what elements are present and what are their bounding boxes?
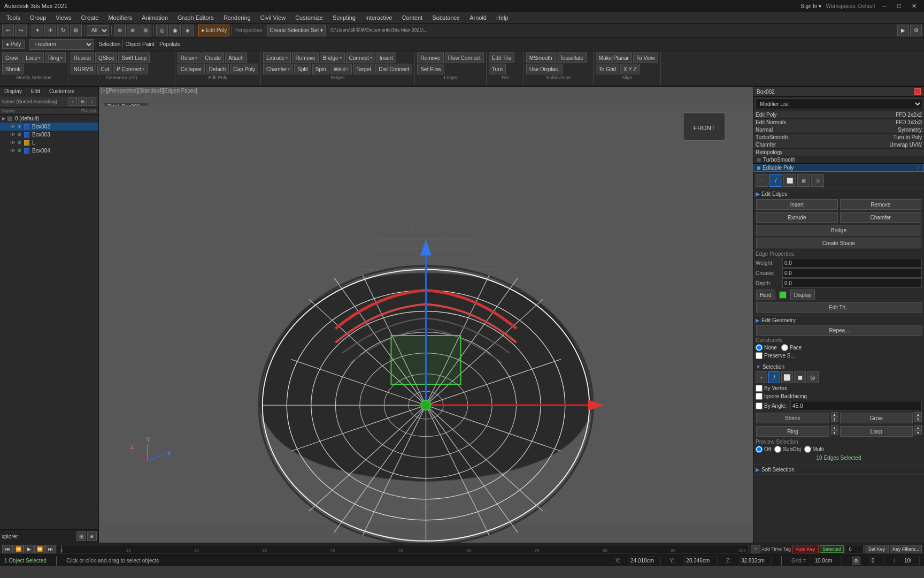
rp-weight-input[interactable] xyxy=(782,258,922,268)
rp-ignorebackfacing-cb[interactable]: Ignore Backfacing xyxy=(756,393,922,400)
menu-interactive[interactable]: Interactive xyxy=(361,13,397,22)
snap2d-btn[interactable]: ⊗ xyxy=(127,25,138,36)
shrink-btn[interactable]: Shrink xyxy=(2,64,24,74)
target-btn[interactable]: Target xyxy=(353,64,374,74)
turn-btn[interactable]: Turn xyxy=(489,64,506,74)
dist-connect-btn[interactable]: Dist Connect xyxy=(375,64,412,74)
xyz-btn[interactable]: X Y Z xyxy=(620,64,640,74)
grow-btn[interactable]: Grow xyxy=(2,52,21,63)
snowflake-icon-box004[interactable]: ❄ xyxy=(17,148,21,154)
menu-content[interactable]: Content xyxy=(398,13,427,22)
frame-total[interactable] xyxy=(904,557,920,565)
sel-element-icon[interactable]: ◎ xyxy=(807,371,819,383)
sel-vertex-icon[interactable]: • xyxy=(756,371,767,383)
rp-ring-btn[interactable]: Ring xyxy=(756,426,829,437)
menu-civil-view[interactable]: Civil View xyxy=(256,13,290,22)
ring-btn[interactable]: Ring▾ xyxy=(45,52,66,63)
fps-btn[interactable]: ⚙ xyxy=(852,557,860,565)
to-grid-btn[interactable]: To Grid xyxy=(596,64,619,74)
connect-btn[interactable]: Connect▾ xyxy=(346,52,375,63)
tab-display[interactable]: Display xyxy=(0,87,27,96)
cut-btn[interactable]: Cut xyxy=(97,64,112,74)
autokey-btn[interactable]: Auto Key xyxy=(792,545,819,553)
weld-btn[interactable]: Weld▾ xyxy=(330,64,352,74)
rp-repeat-btn[interactable]: Repea... xyxy=(756,325,922,336)
create-btn2[interactable]: Create xyxy=(202,52,224,63)
mod-retopology[interactable]: Retopology xyxy=(753,149,924,156)
snap3d-btn[interactable]: ⊞ xyxy=(140,25,151,36)
maximize-btn[interactable]: □ xyxy=(894,3,904,9)
snowflake-icon-L[interactable]: ❄ xyxy=(17,140,21,146)
frame-input[interactable] xyxy=(845,545,864,553)
eye-icon-box003[interactable]: 👁 xyxy=(10,132,16,138)
loop-down[interactable]: ▼ xyxy=(914,430,922,435)
eye-icon-box004[interactable]: 👁 xyxy=(10,148,16,154)
tree-item-box003[interactable]: 👁 ❄ Box003 xyxy=(0,131,98,139)
menu-views[interactable]: Views xyxy=(51,13,75,22)
rp-off-radio[interactable]: Off xyxy=(756,446,771,453)
rp-multi-radio[interactable]: Multi xyxy=(804,446,824,453)
ring-up[interactable]: ▲ xyxy=(831,425,838,430)
rp-loop-btn[interactable]: Loop xyxy=(840,426,913,437)
flow-connect-btn[interactable]: Flow Connect xyxy=(445,52,484,63)
split-btn[interactable]: Split xyxy=(294,64,311,74)
keyfilters-btn[interactable]: Key Filters... xyxy=(890,545,922,553)
mod-editablepoly-selected[interactable]: Editable Poly ✓ xyxy=(753,164,924,172)
loop-btn[interactable]: Loop▾ xyxy=(22,52,44,63)
timeline-play-btn[interactable]: ▶ xyxy=(24,545,34,553)
panel-add-btn[interactable]: + xyxy=(68,97,77,106)
rp-byangle-cb[interactable]: By Angle: xyxy=(756,402,790,409)
rp-element-icon[interactable]: ◎ xyxy=(811,174,824,187)
menu-animation[interactable]: Animation xyxy=(137,13,172,22)
isolate-btn[interactable]: ◎ xyxy=(156,25,168,36)
timeline-prev-btn[interactable]: ⏮ xyxy=(2,545,13,553)
timeline-next-btn[interactable]: ⏭ xyxy=(45,545,56,553)
spin-btn[interactable]: Spin xyxy=(312,64,329,74)
set-flow-btn[interactable]: Set Flow xyxy=(417,64,444,74)
menu-tools[interactable]: Tools xyxy=(2,13,25,22)
mod-normal[interactable]: Normal Symmetry xyxy=(753,126,924,134)
timeline-track[interactable]: 0 10 20 30 40 50 60 70 80 90 100 xyxy=(58,545,749,553)
rp-angle-input[interactable] xyxy=(790,401,922,410)
rp-poly-icon[interactable]: ◼ xyxy=(797,174,810,187)
bridge-btn[interactable]: Bridge▾ xyxy=(320,52,345,63)
minimize-btn[interactable]: ─ xyxy=(880,3,890,9)
rp-face-radio[interactable]: Face xyxy=(781,344,802,351)
use-displac-btn[interactable]: Use Displac. xyxy=(526,64,563,74)
rp-crease-input[interactable] xyxy=(782,268,922,278)
rp-subobj-radio[interactable]: SubObj xyxy=(774,446,800,453)
extrude-btn[interactable]: Extrude▾ xyxy=(263,52,291,63)
make-planar-btn[interactable]: Make Planar xyxy=(596,52,632,63)
explorer-btn2[interactable]: ≡ xyxy=(87,531,97,541)
menu-arnold[interactable]: Arnold xyxy=(465,13,491,22)
rp-display-btn[interactable]: Display xyxy=(790,290,815,300)
mod-turbosmooth-active[interactable]: TurboSmooth xyxy=(753,156,924,164)
tree-item-box002[interactable]: 👁 ❄ Box002 xyxy=(0,123,98,131)
viewport[interactable]: [+][Perspective][Standard][Edged Faces] … xyxy=(99,87,753,543)
chamfer-btn2[interactable]: Chamfer▾ xyxy=(263,64,293,74)
unhide-btn[interactable]: ◈ xyxy=(182,25,194,36)
tree-item-box004[interactable]: 👁 ❄ Box004 xyxy=(0,147,98,155)
rp-edittri-btn[interactable]: Edit Tri... xyxy=(756,302,922,313)
render-btn[interactable]: ▶ xyxy=(897,25,909,36)
collapse-btn[interactable]: Collapse xyxy=(178,64,205,74)
mod-editpoly[interactable]: Edit Poly FFD 2x2x2 xyxy=(753,111,924,119)
timeline-addtime-btn[interactable]: + xyxy=(751,545,760,553)
tree-item-L[interactable]: 👁 ❄ L xyxy=(0,139,98,147)
eye-icon-box002[interactable]: 👁 xyxy=(10,124,16,130)
rp-editgeo-header[interactable]: ▶ Edit Geometry xyxy=(756,317,922,323)
nurms-btn[interactable]: NURMS xyxy=(71,64,97,74)
insert-btn[interactable]: Insert xyxy=(376,52,396,63)
rp-edge-icon[interactable]: / xyxy=(769,174,782,187)
x-input[interactable] xyxy=(629,557,661,565)
rp-shrink-btn[interactable]: Shrink xyxy=(756,413,829,423)
remove-btn[interactable]: Remove xyxy=(292,52,318,63)
shrink-up[interactable]: ▲ xyxy=(831,412,838,417)
attach-btn[interactable]: Attach xyxy=(225,52,247,63)
rp-vertex-icon[interactable]: · xyxy=(756,174,768,187)
rp-insert-btn[interactable]: Insert xyxy=(756,199,838,210)
grow-up[interactable]: ▲ xyxy=(914,412,922,417)
modifier-list-dropdown[interactable]: Modifier List xyxy=(755,98,922,109)
frame-counter[interactable] xyxy=(869,557,885,565)
swift-loop-btn[interactable]: Swift Loop xyxy=(118,52,150,63)
